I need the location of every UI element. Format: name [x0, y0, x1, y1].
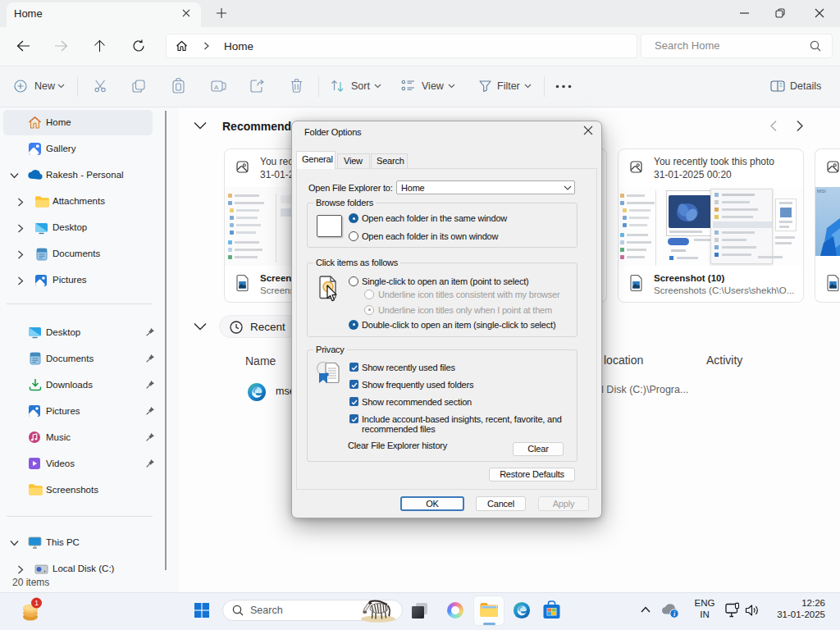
- svg-text:A: A: [214, 84, 219, 91]
- svg-text:1: 1: [34, 599, 39, 607]
